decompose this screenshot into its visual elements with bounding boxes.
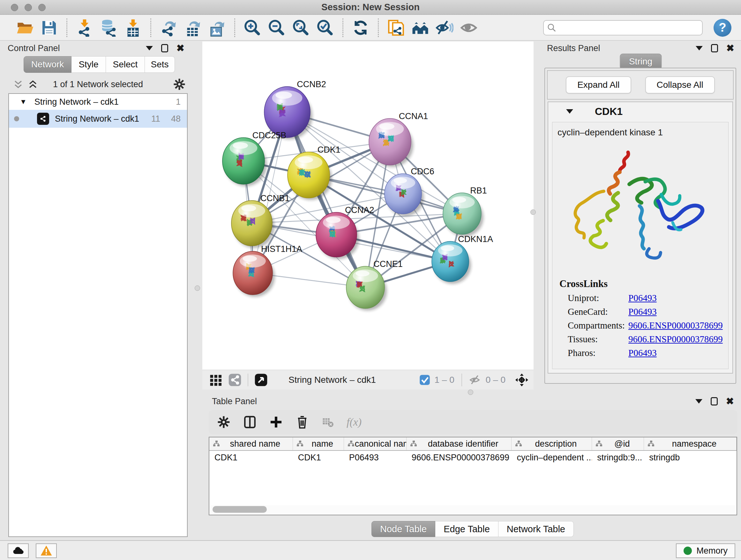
right-splitter-handle[interactable]	[530, 209, 536, 215]
tab-string[interactable]: String	[620, 54, 662, 70]
table-options-gear-icon[interactable]	[217, 415, 230, 429]
minimize-window-icon[interactable]	[24, 4, 32, 11]
fit-content-crosshair-icon[interactable]	[515, 373, 529, 387]
bottom-splitter-handle[interactable]	[468, 389, 473, 395]
close-panel-icon[interactable]: ✖	[726, 44, 734, 53]
zoom-out-icon[interactable]	[266, 17, 287, 38]
panel-menu-icon[interactable]	[696, 46, 703, 51]
birds-eye-view-icon[interactable]	[254, 373, 268, 387]
network-node-hist1h1a[interactable]: HIST1H1A	[233, 244, 302, 297]
collapse-all-button[interactable]: Collapse All	[645, 76, 715, 94]
crosslink-link[interactable]: 9606.ENSP00000378699	[628, 320, 723, 331]
close-window-icon[interactable]	[11, 4, 18, 11]
tab-style[interactable]: Style	[71, 56, 106, 73]
toolbar-separator	[378, 18, 379, 37]
table-cell[interactable]: stringdb	[644, 451, 737, 465]
collection-expander-icon[interactable]: ▼	[20, 98, 27, 106]
network-node-rb1[interactable]: RB1	[443, 186, 487, 237]
zoom-in-icon[interactable]	[242, 17, 263, 38]
delete-column-icon[interactable]	[295, 415, 309, 429]
refresh-icon[interactable]	[350, 17, 371, 38]
crosslink-row: Uniprot:P06493	[568, 293, 728, 303]
open-file-icon[interactable]	[15, 17, 35, 38]
tab-select[interactable]: Select	[106, 56, 145, 73]
zoom-selected-icon[interactable]	[315, 17, 335, 38]
save-session-icon[interactable]	[39, 17, 59, 38]
column-header-canonicalname[interactable]: canonical name	[344, 437, 407, 450]
crosslink-link[interactable]: P06493	[628, 348, 657, 358]
table-cell[interactable]: 9606.ENSP00000378699	[407, 451, 512, 465]
table-cell[interactable]: CDK1	[209, 451, 293, 465]
network-collection-row[interactable]: ▼ String Network – cdk1 1	[9, 94, 187, 110]
export-image-icon[interactable]	[207, 17, 227, 38]
help-button[interactable]: ?	[714, 19, 731, 37]
column-header-databaseidentifier[interactable]: database identifier	[407, 437, 512, 450]
selected-checkbox-icon[interactable]	[419, 374, 430, 386]
expand-all-button[interactable]: Expand All	[566, 76, 631, 94]
network-node-cdk1[interactable]: CDK1	[287, 145, 340, 200]
table-row[interactable]: CDK1CDK1P064939606.ENSP00000378699cyclin…	[209, 451, 737, 465]
cloud-status-button[interactable]	[8, 543, 29, 558]
section-expander-icon[interactable]	[566, 109, 573, 114]
export-network-icon[interactable]	[158, 17, 179, 38]
warnings-button[interactable]	[36, 543, 57, 558]
tab-sets[interactable]: Sets	[145, 56, 175, 73]
column-header-description[interactable]: description	[512, 437, 592, 450]
import-table-file-icon[interactable]	[123, 17, 143, 38]
table-cell[interactable]: P06493	[344, 451, 407, 465]
network-node-cdc25b[interactable]: CDC25B	[222, 131, 286, 186]
network-canvas[interactable]: CCNB2CCNA1CDC25BCDK1CDC6RB1CCNB1CCNA2CDK…	[202, 42, 534, 370]
show-columns-icon[interactable]	[243, 415, 257, 429]
network-node-ccna2[interactable]: CCNA2	[316, 205, 374, 259]
tab-network[interactable]: Network	[23, 56, 71, 73]
clone-network-icon[interactable]	[386, 17, 406, 38]
add-column-icon[interactable]	[269, 415, 283, 429]
zoom-fit-icon[interactable]	[291, 17, 311, 38]
tab-node-table[interactable]: Node Table	[372, 521, 435, 537]
network-node-ccna1[interactable]: CCNA1	[369, 111, 428, 167]
float-panel-icon[interactable]	[711, 397, 718, 406]
horizontal-scrollbar[interactable]	[210, 505, 736, 514]
import-network-file-icon[interactable]	[74, 17, 95, 38]
collection-label: String Network – cdk1	[35, 97, 119, 107]
close-panel-icon[interactable]: ✖	[726, 396, 734, 406]
table-cell[interactable]: CDK1	[293, 451, 344, 465]
panel-menu-icon[interactable]	[146, 46, 153, 51]
section-gene-name: CDK1	[595, 106, 623, 118]
node-structure-glyph	[360, 286, 365, 292]
first-neighbors-icon[interactable]	[410, 17, 430, 38]
float-panel-icon[interactable]	[711, 44, 718, 52]
crosslink-label: Tissues:	[568, 334, 628, 345]
crosslink-link[interactable]: P06493	[628, 307, 657, 317]
left-splitter-handle[interactable]	[195, 286, 200, 291]
crosslink-link[interactable]: 9606.ENSP00000378699	[628, 334, 723, 345]
show-all-icon[interactable]	[459, 17, 479, 38]
float-panel-icon[interactable]	[161, 44, 168, 52]
tab-network-table[interactable]: Network Table	[498, 521, 574, 537]
table-cell[interactable]: stringdb:9...	[592, 451, 644, 465]
network-row-selected[interactable]: String Network – cdk1 11 48	[9, 110, 187, 128]
table-cell[interactable]: cyclin–dependent ...	[512, 451, 592, 465]
column-header-namespace[interactable]: namespace	[644, 437, 737, 450]
network-view-icon[interactable]	[228, 373, 242, 387]
crosslink-label: Uniprot:	[568, 293, 628, 303]
maximize-window-icon[interactable]	[38, 4, 46, 11]
hide-selected-icon[interactable]	[434, 17, 455, 38]
export-table-icon[interactable]	[183, 17, 203, 38]
close-panel-icon[interactable]: ✖	[177, 44, 185, 53]
memory-button[interactable]: Memory	[676, 543, 735, 558]
network-edge[interactable]	[287, 112, 365, 287]
column-header-sharedname[interactable]: shared name	[209, 437, 293, 450]
node-structure-glyph	[280, 110, 285, 117]
grid-view-icon[interactable]	[209, 373, 223, 387]
tab-edge-table[interactable]: Edge Table	[435, 521, 498, 537]
column-header-name[interactable]: name	[293, 437, 344, 450]
panel-menu-icon[interactable]	[695, 399, 702, 403]
crosslink-row: Tissues:9606.ENSP00000378699	[568, 334, 728, 345]
crosslink-link[interactable]: P06493	[628, 293, 657, 303]
scrollbar-thumb[interactable]	[212, 506, 267, 513]
network-node-cdc6[interactable]: CDC6	[385, 167, 434, 216]
column-header-id[interactable]: @id	[592, 437, 644, 450]
import-network-database-icon[interactable]	[98, 17, 119, 38]
search-input[interactable]	[543, 20, 703, 36]
